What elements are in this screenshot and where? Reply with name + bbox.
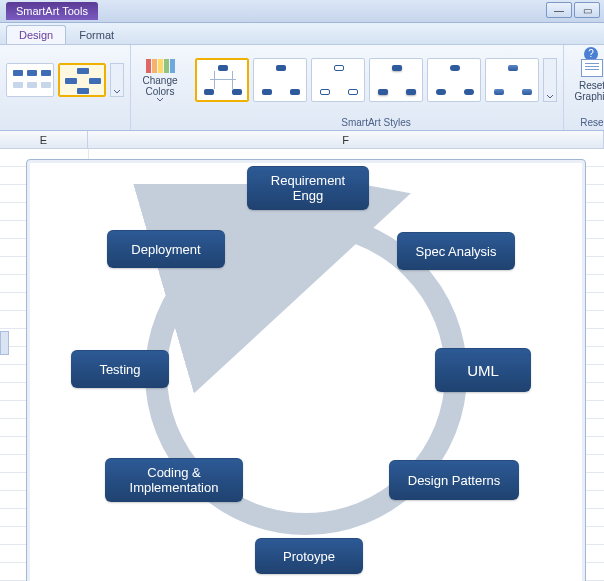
style-option-5[interactable] [427, 58, 481, 102]
chevron-down-icon [156, 97, 164, 102]
color-swatch-icon [146, 59, 175, 73]
change-colors-label: Change Colors [138, 75, 182, 97]
ribbon-group-layouts [0, 45, 131, 130]
node-label: Testing [99, 362, 140, 377]
reset-label: Reset Graphic [571, 80, 604, 102]
ribbon-group-reset: Reset Graphic Rese [564, 45, 604, 130]
minimize-button[interactable]: — [546, 2, 572, 18]
style-gallery-more[interactable] [543, 58, 557, 102]
cycle-node-3[interactable]: Design Patterns [389, 460, 519, 500]
layout-option-1[interactable] [6, 63, 54, 97]
style-option-6[interactable] [485, 58, 539, 102]
ribbon-tabs: Design Format [0, 23, 604, 45]
chevron-down-icon [113, 88, 121, 96]
context-tab-title: SmartArt Tools [6, 2, 98, 20]
node-label: Deployment [131, 242, 200, 257]
tab-format[interactable]: Format [66, 25, 127, 44]
cycle-node-7[interactable]: Deployment [107, 230, 225, 268]
node-label: Coding & Implementation [113, 465, 235, 495]
style-option-1[interactable] [195, 58, 249, 102]
cycle-node-0[interactable]: Requirement Engg [247, 166, 369, 210]
group-label-reset: Rese [570, 117, 604, 128]
window-controls: — ▭ [546, 2, 600, 18]
group-label-layouts [6, 117, 124, 128]
worksheet-area[interactable]: E F Requirement Engg Spec Analysis UML D… [0, 131, 604, 581]
ribbon-group-styles: SmartArt Styles [189, 45, 564, 130]
layout-option-2[interactable] [58, 63, 106, 97]
style-option-3[interactable] [311, 58, 365, 102]
reset-graphic-button[interactable]: Reset Graphic [570, 49, 604, 111]
cycle-node-5[interactable]: Coding & Implementation [105, 458, 243, 502]
titlebar: SmartArt Tools — ▭ [0, 0, 604, 23]
cycle-node-4[interactable]: Protoype [255, 538, 363, 574]
change-colors-button[interactable]: Change Colors [137, 49, 183, 111]
chevron-down-icon [546, 93, 554, 101]
col-header-F[interactable]: F [88, 131, 604, 148]
node-label: UML [467, 363, 499, 378]
maximize-button[interactable]: ▭ [574, 2, 600, 18]
style-option-4[interactable] [369, 58, 423, 102]
node-label: Spec Analysis [416, 244, 497, 259]
column-headers: E F [0, 131, 604, 149]
group-label-styles: SmartArt Styles [195, 117, 557, 128]
cycle-node-2[interactable]: UML [435, 348, 531, 392]
ribbon: ? [0, 45, 604, 131]
node-label: Protoype [283, 549, 335, 564]
node-label: Requirement Engg [255, 173, 361, 203]
node-label: Design Patterns [408, 473, 501, 488]
tab-design[interactable]: Design [6, 25, 66, 44]
split-handle[interactable] [0, 331, 9, 355]
layout-gallery-more[interactable] [110, 63, 124, 97]
cycle-node-1[interactable]: Spec Analysis [397, 232, 515, 270]
style-option-2[interactable] [253, 58, 307, 102]
cycle-node-6[interactable]: Testing [71, 350, 169, 388]
cycle-diagram: Requirement Engg Spec Analysis UML Desig… [27, 160, 585, 581]
smartart-object[interactable]: Requirement Engg Spec Analysis UML Desig… [26, 159, 586, 581]
col-header-E[interactable]: E [0, 131, 88, 148]
reset-icon [581, 59, 603, 77]
ribbon-group-colors: Change Colors [131, 45, 189, 130]
